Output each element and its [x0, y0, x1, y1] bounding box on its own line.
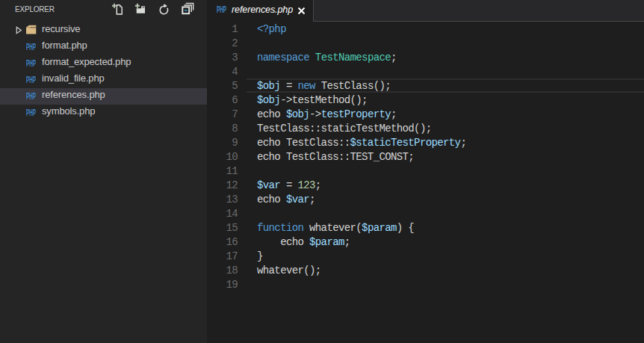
svg-text:PHP: PHP	[26, 59, 36, 68]
svg-text:PHP: PHP	[26, 92, 36, 101]
svg-text:PHP: PHP	[26, 108, 36, 117]
svg-text:PHP: PHP	[217, 5, 226, 14]
svg-text:PHP: PHP	[26, 75, 36, 84]
svg-text:PHP: PHP	[26, 43, 36, 52]
